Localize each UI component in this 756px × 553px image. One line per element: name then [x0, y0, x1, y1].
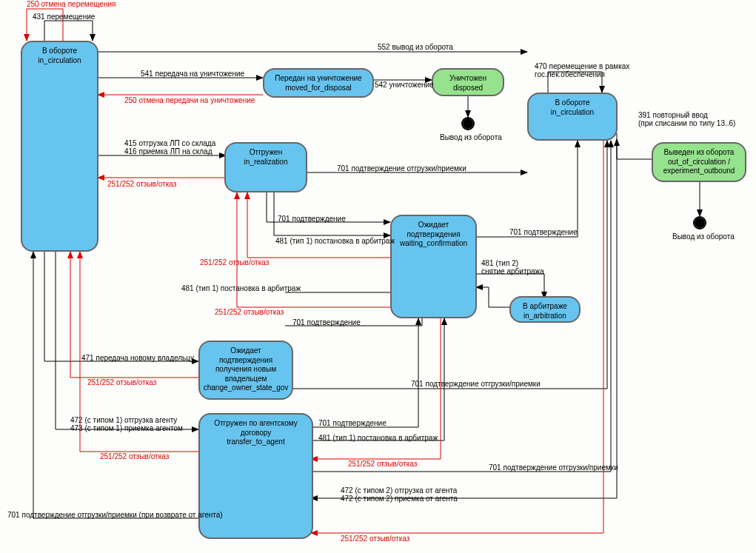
label: Ожидает подтверждения получения новым вл… — [204, 346, 289, 393]
edge-542: 542 уничтожение — [375, 81, 434, 89]
edge-701b: 701 подтверждение — [278, 215, 346, 223]
edge-481a: 481 (тип 1) постановка в арбитраж — [275, 237, 395, 245]
exit-label-2: Вывод из оборота — [672, 232, 735, 241]
edge-541: 541 передача на уничтожение — [141, 70, 244, 78]
edge-481d: 481 (тип 1) постановка в арбитраж — [318, 434, 438, 442]
label: В арбитраже in_arbitration — [523, 302, 567, 321]
state-in-realization: Отгружен in_realization — [224, 142, 307, 192]
edge-250a: 250 отмена перемещения — [27, 0, 116, 8]
label: Передан на уничтожение moved_for_disposa… — [275, 74, 361, 93]
edge-701a: 701 подтверждение отгрузки/приемки — [337, 164, 466, 172]
state-transfer-to-agent: Отгружен по агентскому договору transfer… — [198, 413, 313, 539]
edge-251b: 251/252 отзыв/отказ — [200, 258, 269, 267]
edge-470: 470 перемещение в рамках гос.лек.обеспеч… — [535, 62, 629, 78]
edge-251g: 251/252 отзыв/отказ — [341, 534, 409, 543]
edge-250b: 250 отмена передачи на уничтожение — [124, 96, 255, 104]
state-out-of-circulation: Выведен из оборота out_of_circulation / … — [652, 142, 746, 182]
label: В обороте in_circulation — [551, 98, 594, 117]
label: В обороте in_circulation — [38, 47, 81, 65]
edge-552: 552 вывод из оборота — [378, 43, 453, 51]
label: Ожидает подтверждения waiting_confirmati… — [398, 221, 469, 249]
edge-251d: 251/252 отзыв/отказ — [87, 378, 156, 386]
edge-472b: 472 (с типом 2) отгрузка от агента 472 (… — [341, 486, 458, 503]
edge-471: 471 передача новому владельцу — [81, 354, 194, 362]
state-change-owner: Ожидает подтверждения получения новым вл… — [198, 341, 293, 400]
state-in-circulation-left: В обороте in_circulation — [21, 41, 98, 252]
edge-481c: 481 (тип 1) постановка в арбитраж — [181, 284, 301, 292]
state-waiting-confirmation: Ожидает подтверждения waiting_confirmati… — [390, 215, 477, 318]
edge-415: 415 отгрузка ЛП со склада 416 приемка ЛП… — [124, 139, 215, 155]
edge-251c: 251/252 отзыв/отказ — [215, 308, 284, 316]
state-in-circulation-right: В обороте in_circulation — [527, 93, 618, 141]
edge-701e: 701 подтверждение отгрузки/приемки — [411, 380, 541, 388]
edge-701f: 701 подтверждение — [318, 419, 387, 427]
label: Выведен из оборота out_of_circulation / … — [663, 148, 735, 176]
label: Уничтожен disposed — [449, 74, 486, 93]
edge-391: 391 повторный ввод (при списании по типу… — [638, 111, 735, 127]
edge-701c: 701 подтверждение — [509, 228, 578, 236]
edge-431: 431 перемещение — [33, 13, 95, 21]
edge-251e: 251/252 отзыв/отказ — [100, 452, 169, 460]
state-in-arbitration: В арбитраже in_arbitration — [509, 296, 581, 323]
state-moved-for-disposal: Передан на уничтожение moved_for_disposa… — [263, 68, 374, 98]
final-dot-icon — [463, 118, 473, 129]
state-disposed: Уничтожен disposed — [432, 68, 504, 96]
edge-701g: 701 подтверждение отгрузки/приемки — [489, 463, 618, 472]
edge-472a: 472 (с типом 1) отгрузка агенту 473 (с т… — [70, 416, 183, 432]
edge-251a: 251/252 отзыв/отказ — [107, 180, 176, 188]
label: Отгружен по агентскому договору transfer… — [214, 419, 297, 447]
exit-label-1: Вывод из оборота — [440, 133, 502, 141]
edge-701h: 701 подтверждение отгрузки/приемки (при … — [7, 511, 223, 519]
edge-701d: 701 подтверждение — [292, 318, 361, 326]
label: Отгружен in_realization — [244, 148, 288, 167]
edge-251f: 251/252 отзыв/отказ — [348, 460, 417, 468]
final-dot-icon — [695, 218, 705, 228]
edge-481b: 481 (тип 2) снятие арбитража — [481, 259, 544, 275]
